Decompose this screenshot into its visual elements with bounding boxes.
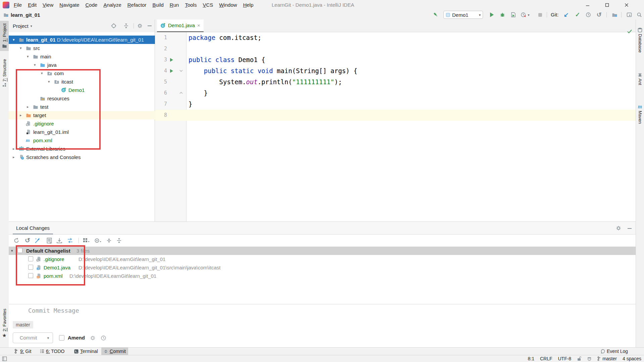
code-line-5[interactable]: 5 System.out.println("111111111");	[155, 76, 636, 88]
rollback-icon[interactable]: ↺	[24, 237, 31, 244]
restore-icon[interactable]	[66, 237, 74, 244]
shelve-icon[interactable]	[46, 237, 53, 244]
build-hammer-icon[interactable]	[432, 11, 439, 18]
fold-down-icon[interactable]	[179, 69, 183, 73]
changed-file-row--gitignore[interactable]: .gitignoreD:\develop\IDEA\LearnGit\learn…	[9, 255, 636, 263]
commit-history-icon[interactable]	[101, 335, 106, 341]
close-tab-icon[interactable]: ×	[197, 22, 200, 28]
commit-settings-gear-icon[interactable]	[90, 335, 96, 341]
debug-button[interactable]	[499, 11, 506, 18]
vcs-settings-gear-icon[interactable]	[616, 225, 621, 231]
indent-widget[interactable]: 4 spaces	[623, 356, 641, 361]
tree-node--gitignore[interactable]: .gitignore	[9, 119, 155, 128]
commit-changes-button[interactable]: ✓	[574, 11, 581, 18]
profiler-chevron-icon[interactable]: ▾	[527, 11, 531, 18]
tree-node-java[interactable]: ▾java	[9, 61, 155, 69]
menu-analyze[interactable]: Analyze	[100, 0, 124, 10]
tool-window-tab-favorites[interactable]: 2: Favorites ★	[0, 309, 9, 338]
tree-node-demo1[interactable]: CDemo1	[9, 86, 155, 94]
menu-navigate[interactable]: Navigate	[56, 0, 82, 10]
tree-node-learn-git-01[interactable]: ▾learn_git_01 D:\develop\IDEA\LearnGit\l…	[9, 36, 155, 44]
project-panel-title[interactable]: Project	[13, 23, 29, 29]
close-button[interactable]	[617, 0, 636, 10]
refresh-icon[interactable]	[13, 237, 20, 244]
code-line-1[interactable]: 1package com.itcast;	[155, 32, 636, 43]
run-configuration-select[interactable]: Demo1 ▾	[443, 11, 483, 19]
toolwindow-button-commit[interactable]: Commit	[101, 348, 128, 355]
line-separator[interactable]: CRLF	[540, 356, 552, 361]
update-project-button[interactable]: ↙	[563, 11, 570, 18]
collapse-all-icon[interactable]	[123, 23, 129, 29]
collapsed-arrow-icon[interactable]: ▸	[13, 145, 15, 153]
run-with-coverage-button[interactable]	[510, 11, 517, 18]
menu-run[interactable]: Run	[167, 0, 182, 10]
tree-node-test[interactable]: ▸test	[9, 103, 155, 111]
tool-window-tab-maven[interactable]: m Maven	[636, 104, 644, 124]
fold-up-icon[interactable]	[179, 91, 183, 95]
expanded-arrow-icon[interactable]: ▾	[11, 247, 13, 255]
file-checkbox[interactable]	[28, 265, 33, 270]
commit-message-input[interactable]: Commit Message	[28, 307, 79, 314]
expanded-arrow-icon[interactable]: ▾	[48, 77, 50, 86]
git-branch-widget[interactable]: master	[597, 356, 617, 361]
unshelve-icon[interactable]	[56, 237, 63, 244]
profiler-button[interactable]	[520, 11, 527, 18]
commit-button-dropdown[interactable]: ▾	[44, 332, 53, 343]
preview-diff-icon[interactable]	[94, 237, 102, 244]
tab-local-changes[interactable]: Local Changes	[13, 222, 53, 235]
settings-gear-icon[interactable]	[137, 23, 143, 29]
expanded-arrow-icon[interactable]: ▾	[41, 69, 43, 77]
menu-file[interactable]: File	[11, 0, 25, 10]
project-structure-button[interactable]	[611, 11, 618, 18]
breadcrumb[interactable]: learn_git_01	[3, 10, 40, 19]
tool-window-tab-ant[interactable]: Ant	[636, 72, 644, 85]
menu-refactor[interactable]: Refactor	[124, 0, 150, 10]
code-line-2[interactable]: 2	[155, 43, 636, 54]
run-button[interactable]	[488, 11, 495, 18]
expanded-arrow-icon[interactable]: ▾	[34, 61, 36, 69]
event-log-button[interactable]: Event Log	[598, 348, 630, 355]
group-by-icon[interactable]	[83, 237, 90, 244]
editor-tab-demo1[interactable]: C Demo1.java ×	[157, 19, 204, 32]
tree-node-scratches-and-consoles[interactable]: ▸Scratches and Consoles	[9, 153, 155, 161]
tool-window-tab-database[interactable]: Database	[636, 28, 644, 53]
history-button[interactable]	[585, 11, 592, 18]
menu-vcs[interactable]: VCS	[200, 0, 216, 10]
code-line-3[interactable]: 3public class Demo1 {	[155, 54, 636, 65]
collapsed-arrow-icon[interactable]: ▸	[20, 111, 22, 119]
expanded-arrow-icon[interactable]: ▾	[13, 36, 15, 44]
menu-code[interactable]: Code	[83, 0, 101, 10]
tree-node-src[interactable]: ▾src	[9, 44, 155, 52]
expand-all-icon[interactable]	[105, 237, 113, 244]
tree-node-com[interactable]: ▾com	[9, 69, 155, 77]
code-line-6[interactable]: 6 }	[155, 88, 636, 99]
file-checkbox[interactable]	[28, 273, 33, 278]
run-gutter-icon[interactable]	[170, 58, 173, 62]
code-line-8[interactable]: 8	[155, 110, 636, 121]
run-gutter-icon[interactable]	[170, 69, 173, 73]
amend-checkbox[interactable]	[59, 335, 64, 341]
commit-button[interactable]: Commit	[13, 332, 44, 343]
tree-node-external-libraries[interactable]: ▸External Libraries	[9, 145, 155, 153]
expanded-arrow-icon[interactable]: ▾	[27, 52, 29, 61]
caret-position[interactable]: 8:1	[528, 356, 534, 361]
toolwindow-button-todo[interactable]: 6: TODO	[38, 348, 67, 355]
collapsed-arrow-icon[interactable]: ▸	[27, 103, 29, 111]
toolwindow-toggle-icon[interactable]	[2, 356, 7, 361]
code-with-me-icon[interactable]	[587, 356, 592, 361]
changed-file-row-demo1-java[interactable]: JDemo1.javaD:\develop\IDEA\LearnGit\lear…	[9, 263, 636, 272]
file-encoding[interactable]: UTF-8	[558, 356, 571, 361]
code-line-7[interactable]: 7}	[155, 99, 636, 110]
file-checkbox[interactable]	[28, 256, 33, 261]
menu-build[interactable]: Build	[149, 0, 166, 10]
changelist-header-row[interactable]: ▾Default Changelist3 files	[9, 247, 636, 255]
hide-panel-icon[interactable]	[147, 25, 152, 27]
tool-window-tab-structure[interactable]: 7: Structure	[0, 59, 9, 87]
toolwindow-button-terminal[interactable]: Terminal	[72, 348, 100, 355]
collapse-all-icon[interactable]	[115, 237, 123, 244]
collapsed-arrow-icon[interactable]: ▸	[13, 153, 15, 161]
vcs-hide-panel-icon[interactable]	[627, 228, 632, 229]
code-line-4[interactable]: 4 public static void main(String[] args)…	[155, 65, 636, 76]
locate-file-icon[interactable]	[111, 23, 116, 29]
menu-window[interactable]: Window	[216, 0, 240, 10]
